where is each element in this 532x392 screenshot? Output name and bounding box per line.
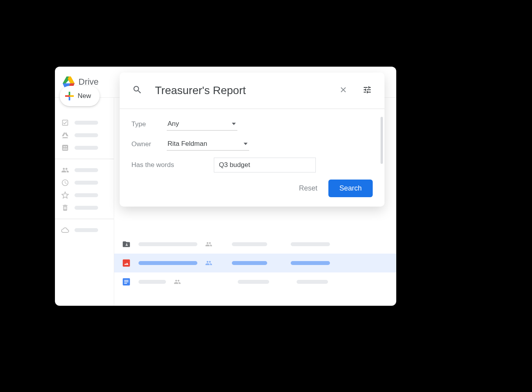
- search-options-button[interactable]: [360, 83, 374, 98]
- drive-window: Drive New: [55, 67, 396, 306]
- sidebar-item-shared-drives[interactable]: [61, 142, 107, 154]
- sidebar: [55, 98, 114, 306]
- caret-down-icon: [232, 123, 236, 125]
- placeholder: [75, 168, 98, 172]
- trash-icon: [61, 204, 69, 212]
- docs-file-icon: [122, 278, 131, 286]
- sidebar-item-starred[interactable]: [61, 189, 107, 201]
- caret-down-icon: [244, 143, 248, 145]
- sidebar-item-mydrive[interactable]: [61, 129, 107, 142]
- placeholder: [238, 280, 269, 284]
- placeholder: [291, 261, 330, 265]
- shared-drives-icon: [61, 144, 69, 152]
- tune-icon: [363, 85, 372, 96]
- file-row-folder[interactable]: [114, 235, 396, 254]
- owner-select[interactable]: Rita Feldman: [167, 138, 249, 151]
- placeholder: [75, 133, 98, 137]
- svg-rect-14: [124, 283, 127, 284]
- people-icon: [205, 260, 212, 267]
- owner-label: Owner: [131, 140, 167, 148]
- sidebar-item-priority[interactable]: [61, 116, 107, 129]
- people-icon: [61, 166, 69, 174]
- reset-button[interactable]: Reset: [297, 181, 319, 196]
- owner-value: Rita Feldman: [168, 140, 207, 148]
- type-value: Any: [168, 120, 179, 128]
- placeholder: [75, 181, 98, 185]
- star-icon: [61, 191, 69, 199]
- close-icon: [339, 85, 348, 96]
- placeholder: [75, 146, 98, 150]
- search-header: [120, 73, 384, 109]
- search-button[interactable]: Search: [328, 180, 373, 197]
- people-icon: [205, 241, 212, 248]
- placeholder: [297, 280, 328, 284]
- new-button[interactable]: New: [60, 86, 100, 106]
- placeholder: [232, 242, 267, 246]
- cloud-icon: [61, 226, 69, 234]
- placeholder: [291, 242, 330, 246]
- file-row-doc[interactable]: [114, 272, 396, 291]
- placeholder: [75, 206, 98, 210]
- search-input[interactable]: [155, 84, 326, 97]
- sidebar-item-shared[interactable]: [61, 164, 107, 176]
- svg-rect-12: [124, 280, 129, 281]
- check-square-icon: [61, 119, 69, 127]
- drive-outline-icon: [61, 131, 69, 139]
- svg-rect-10: [123, 260, 130, 267]
- placeholder: [138, 242, 197, 246]
- plus-icon: [65, 92, 74, 100]
- placeholder: [138, 261, 197, 265]
- shared-folder-icon: [122, 240, 131, 249]
- sidebar-item-storage[interactable]: [61, 224, 107, 236]
- sidebar-item-trash[interactable]: [61, 201, 107, 214]
- placeholder: [232, 261, 267, 265]
- file-row-image[interactable]: [114, 254, 396, 272]
- scrollbar[interactable]: [381, 117, 383, 164]
- search-icon[interactable]: [130, 82, 145, 99]
- svg-rect-13: [124, 281, 129, 282]
- has-words-input[interactable]: [214, 158, 316, 172]
- type-select[interactable]: Any: [167, 118, 237, 131]
- placeholder: [138, 280, 166, 284]
- clock-icon: [61, 179, 69, 187]
- new-button-label: New: [78, 92, 91, 100]
- search-filters: Type Any Owner Rita Feldman Has the word…: [120, 109, 384, 207]
- people-icon: [174, 278, 181, 285]
- clear-search-button[interactable]: [337, 83, 350, 98]
- has-words-label: Has the words: [131, 161, 190, 169]
- placeholder: [75, 228, 98, 232]
- placeholder: [75, 121, 98, 125]
- search-panel: Type Any Owner Rita Feldman Has the word…: [120, 73, 384, 207]
- placeholder: [75, 193, 98, 197]
- type-label: Type: [131, 120, 167, 128]
- image-file-icon: [122, 259, 131, 267]
- sidebar-item-recent[interactable]: [61, 176, 107, 189]
